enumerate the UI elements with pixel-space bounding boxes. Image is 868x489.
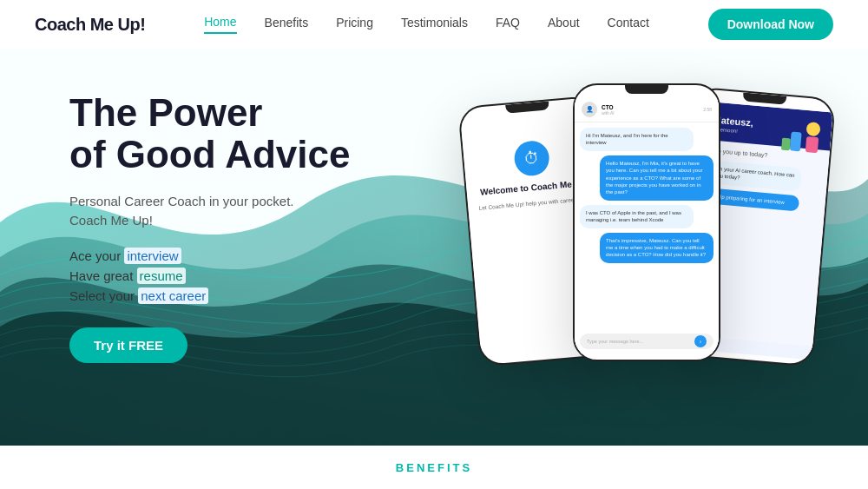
svg-rect-2 [806,136,819,153]
hi-illustration [780,114,827,161]
benefits-label: BENEFITS [396,461,472,474]
feature-interview: Ace your interview [69,248,351,263]
phone-screen-center: 👤 CTO with AI 2:58 Hi I'm Mateusz, and I… [575,97,719,354]
chat-bubble-1: Hi I'm Mateusz, and I'm here for the int… [580,128,694,151]
feature-career: Select your next career [69,288,351,303]
nav-pricing[interactable]: Pricing [336,16,373,33]
call-time: 2:58 [703,107,712,112]
hero-section: The Power of Good Advice Personal Career… [0,49,868,489]
nav-benefits[interactable]: Benefits [265,16,309,33]
try-free-button[interactable]: Try it FREE [69,327,187,363]
chat-area: Hi I'm Mateusz, and I'm here for the int… [575,122,719,354]
nav-faq[interactable]: FAQ [496,16,520,33]
hero-subtitle: Personal Career Coach in your pocket. Co… [69,192,351,231]
phone-notch-left [505,101,549,113]
send-button[interactable]: › [694,335,707,347]
hero-title: The Power of Good Advice [69,92,351,176]
logo: Coach Me Up! [35,15,145,35]
phones-container: ⏱ Welcome to Coach Me Up! Let Coach Me U… [469,66,851,379]
nav-about[interactable]: About [548,16,580,33]
nav-testimonials[interactable]: Testimonials [401,16,468,33]
phone-notch-center [625,85,668,94]
chat-bubble-3: I was CTO of Apple in the past, and I wa… [580,205,694,228]
phone-center: 👤 CTO with AI 2:58 Hi I'm Mateusz, and I… [573,83,720,361]
download-button[interactable]: Download Now [708,9,833,40]
input-placeholder: Type your message here... [587,339,643,344]
cto-avatar: 👤 [582,102,597,117]
nav-contact[interactable]: Contact [608,16,649,33]
nav-home[interactable]: Home [204,15,236,34]
benefits-section: BENEFITS [0,446,868,489]
header: Coach Me Up! Home Benefits Pricing Testi… [0,0,868,49]
phone-notch-right [742,92,786,104]
cto-header: 👤 CTO with AI 2:58 [575,97,719,122]
cto-info: CTO with AI [602,104,615,116]
svg-point-1 [806,122,820,136]
svg-rect-3 [790,131,802,151]
chat-bubble-2: Hello Mateusz, I'm Mia, it's great to ha… [600,155,713,201]
chat-input[interactable]: Type your message here... › [580,334,713,349]
hero-content: The Power of Good Advice Personal Career… [69,92,351,363]
feature-list: Ace your interview Have great resume Sel… [69,248,351,303]
navigation: Home Benefits Pricing Testimonials FAQ A… [204,15,649,34]
welcome-icon: ⏱ [513,140,550,177]
feature-resume: Have great resume [69,268,351,283]
svg-rect-4 [781,138,791,151]
chat-bubble-4: That's impressive, Mateusz. Can you tell… [600,233,713,263]
